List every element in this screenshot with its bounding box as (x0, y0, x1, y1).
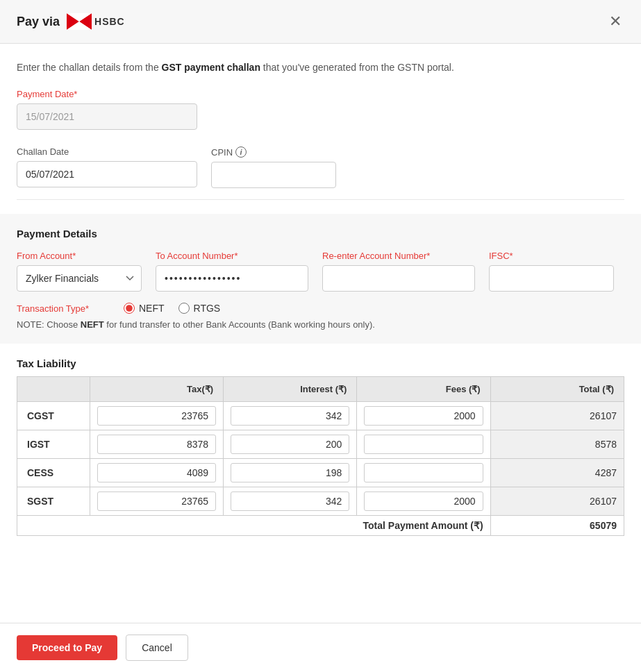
from-account-group: From Account* Zylker Financials (17, 251, 142, 292)
igst-tax-cell (90, 430, 223, 459)
sgst-interest-input[interactable] (231, 492, 349, 511)
challan-date-input[interactable] (17, 161, 197, 187)
from-account-select[interactable]: Zylker Financials (17, 265, 142, 292)
sgst-interest-cell (224, 487, 357, 516)
payment-date-label: Payment Date* (17, 89, 197, 99)
col-header-fees: Fees (₹) (357, 377, 490, 402)
cess-tax-input[interactable] (97, 463, 216, 482)
ifsc-input[interactable] (489, 265, 614, 292)
rtgs-option[interactable]: RTGS (178, 303, 221, 314)
row-type-cgst: CGST (17, 402, 90, 430)
hsbc-logo: HSBC (67, 13, 125, 30)
cgst-fees-cell (357, 402, 490, 430)
col-header-interest: Interest (₹) (224, 377, 357, 402)
neft-label: NEFT (139, 303, 165, 314)
bank-name: HSBC (94, 16, 125, 27)
cess-total-cell: 4287 (490, 459, 624, 487)
sgst-total-cell: 26107 (490, 487, 624, 516)
igst-total-cell: 8578 (490, 430, 624, 459)
igst-fees-cell (357, 430, 490, 459)
payment-date-group: Payment Date* (17, 89, 197, 130)
re-account-label: Re-enter Account Number* (322, 251, 475, 261)
payment-date-section: Payment Date* (17, 89, 624, 130)
table-row: CGST 26107 (17, 402, 624, 430)
cgst-interest-input[interactable] (231, 406, 349, 426)
cgst-tax-cell (90, 402, 223, 430)
col-header-total: Total (₹) (490, 377, 624, 402)
modal-body: Enter the challan details from the GST p… (0, 44, 641, 623)
modal-footer: Proceed to Pay Cancel (0, 623, 641, 672)
cess-interest-input[interactable] (231, 463, 349, 482)
row-type-cess: CESS (17, 459, 90, 487)
cgst-fees-input[interactable] (364, 406, 483, 426)
payment-details-section: Payment Details From Account* Zylker Fin… (0, 214, 641, 344)
re-account-group: Re-enter Account Number* (322, 251, 475, 292)
table-row: IGST 8578 (17, 430, 624, 459)
ifsc-group: IFSC* (489, 251, 614, 292)
challan-date-group: Challan Date (17, 146, 197, 188)
payment-date-input[interactable] (17, 103, 197, 130)
sgst-fees-cell (357, 487, 490, 516)
to-account-label: To Account Number* (156, 251, 308, 261)
rtgs-radio[interactable] (178, 303, 190, 314)
header-left: Pay via HSBC (17, 13, 125, 30)
cgst-tax-input[interactable] (97, 406, 216, 426)
cess-interest-cell (224, 459, 357, 487)
igst-fees-input[interactable] (364, 435, 483, 454)
col-header-tax: Tax(₹) (90, 377, 223, 402)
payment-details-title: Payment Details (17, 228, 624, 240)
modal-title: Pay via (17, 15, 60, 29)
tax-liability-section: Tax Liability Tax(₹) Interest (₹) Fees (… (17, 358, 624, 536)
cgst-total-cell: 26107 (490, 402, 624, 430)
cpin-info-icon[interactable]: i (235, 146, 247, 158)
sgst-tax-input[interactable] (97, 492, 216, 511)
to-account-group: To Account Number* (156, 251, 308, 292)
challan-cpin-row: Challan Date CPIN i (17, 146, 624, 188)
tax-table: Tax(₹) Interest (₹) Fees (₹) Total (₹) C… (17, 376, 624, 536)
payment-details-grid: From Account* Zylker Financials To Accou… (17, 251, 624, 292)
cess-tax-cell (90, 459, 223, 487)
total-payment-amount: 65079 (490, 516, 624, 536)
re-account-input[interactable] (322, 265, 475, 292)
igst-interest-input[interactable] (231, 435, 349, 454)
table-row: SGST 26107 (17, 487, 624, 516)
transaction-type-label: Transaction Type* (17, 303, 107, 314)
challan-date-label: Challan Date (17, 146, 197, 157)
cpin-group: CPIN i (211, 146, 336, 188)
ifsc-label: IFSC* (489, 251, 614, 261)
hsbc-logo-icon (67, 13, 92, 30)
total-payment-label: Total Payment Amount (₹) (17, 516, 491, 536)
neft-option[interactable]: NEFT (124, 303, 165, 314)
close-button[interactable]: ✕ (606, 11, 624, 32)
cess-fees-cell (357, 459, 490, 487)
rtgs-label: RTGS (194, 303, 221, 314)
transaction-type-radio-group: NEFT RTGS (124, 303, 220, 314)
divider-1 (17, 199, 624, 200)
neft-radio[interactable] (124, 303, 135, 314)
sgst-fees-input[interactable] (364, 492, 483, 511)
tax-liability-title: Tax Liability (17, 358, 624, 369)
transaction-type-row: Transaction Type* NEFT RTGS (17, 303, 624, 314)
neft-note: NOTE: Choose NEFT for fund transfer to o… (17, 319, 624, 330)
from-account-label: From Account* (17, 251, 142, 261)
table-row: CESS 4287 (17, 459, 624, 487)
to-account-input[interactable] (156, 265, 308, 292)
cgst-interest-cell (224, 402, 357, 430)
cancel-button[interactable]: Cancel (126, 635, 188, 661)
col-header-type (17, 377, 90, 402)
igst-tax-input[interactable] (97, 435, 216, 454)
modal-header: Pay via HSBC ✕ (0, 0, 641, 44)
instruction-text: Enter the challan details from the GST p… (17, 60, 624, 75)
cpin-input[interactable] (211, 162, 336, 188)
total-payment-row: Total Payment Amount (₹) 65079 (17, 516, 624, 536)
cpin-label: CPIN i (211, 146, 336, 158)
row-type-igst: IGST (17, 430, 90, 459)
igst-interest-cell (224, 430, 357, 459)
row-type-sgst: SGST (17, 487, 90, 516)
proceed-to-pay-button[interactable]: Proceed to Pay (17, 635, 117, 660)
instruction-bold: GST payment challan (162, 62, 260, 73)
sgst-tax-cell (90, 487, 223, 516)
pay-via-modal: Pay via HSBC ✕ Enter the challan details… (0, 0, 641, 672)
cess-fees-input[interactable] (364, 463, 483, 482)
table-header-row: Tax(₹) Interest (₹) Fees (₹) Total (₹) (17, 377, 624, 402)
